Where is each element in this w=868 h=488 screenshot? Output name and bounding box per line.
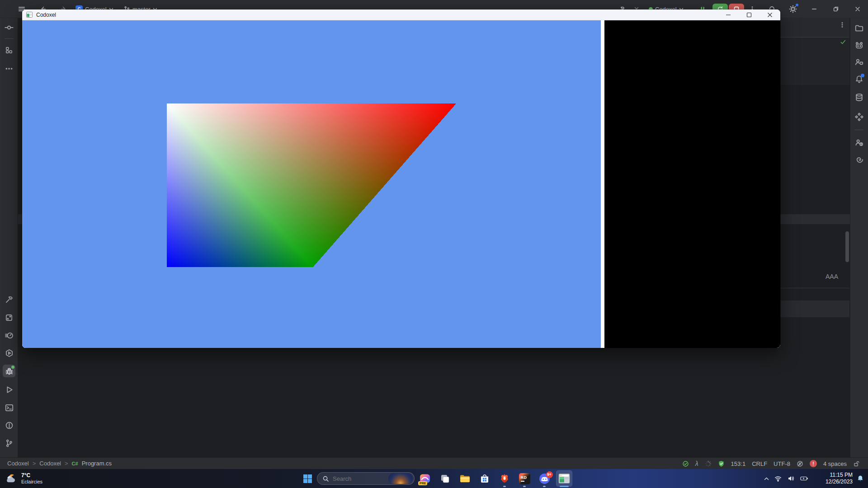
caret-position[interactable]: 153:1 [731,460,746,467]
codoxel-taskbar-icon [558,473,570,484]
scrollbar-thumb[interactable] [845,231,849,262]
right-panel-section [780,38,849,85]
discord-running-dot [543,486,546,487]
trust-shield-icon[interactable] [718,460,725,467]
discord-badge: 9+ [546,471,553,478]
indent-setting[interactable]: 4 spaces [823,460,847,467]
rail-database[interactable] [853,91,865,103]
rail-unit-tests[interactable] [3,311,15,324]
rail-terminal[interactable] [3,401,15,414]
rail-run[interactable] [3,383,15,396]
codoxel-client-area [22,20,780,348]
breadcrumb: Codoxel > Codoxel > C# Program.cs [7,460,112,467]
rail-explorer[interactable] [853,22,865,34]
copilot-pre-badge: PRE [418,481,427,485]
line-separator[interactable]: CRLF [752,460,767,467]
wifi-icon[interactable] [774,469,782,488]
highlight-level-icon[interactable]: λ [695,460,698,467]
divider [854,130,863,130]
check-icon [840,39,846,45]
codoxel-window: Codoxel [22,9,780,348]
ide-restore-button[interactable] [830,4,842,14]
rail-version-control[interactable] [3,437,15,450]
window-close-button[interactable] [760,9,780,20]
search-icon [322,475,329,482]
window-minimize-button[interactable] [718,9,739,20]
lock-icon[interactable] [853,460,860,467]
taskbar: 7°C Eclaircies PRE [0,469,868,488]
tray-clock[interactable]: 11:15 PM 12/26/2023 [814,469,853,488]
taskbar-rider[interactable]: RD [516,470,533,487]
window-maximize-button[interactable] [739,9,760,20]
rail-profiler[interactable] [3,329,15,342]
right-panel-section [780,300,849,317]
taskbar-copilot[interactable]: PRE [417,470,433,487]
taskbar-discord[interactable]: 9+ [536,470,552,487]
search-input[interactable] [333,475,385,482]
tray-time: 11:15 PM [830,472,853,479]
taskbar-file-explorer[interactable] [457,470,473,487]
search-highlight-thumbnail[interactable] [388,473,413,484]
taskbar-search[interactable] [317,472,415,485]
desktop: AAA C Codoxel master [0,0,868,488]
tray-hidden-icons[interactable] [763,469,770,488]
task-view-icon [439,473,450,484]
weather-text: 7°C Eclaircies [21,472,42,485]
weather-condition: Eclaircies [21,479,42,485]
settings-button[interactable] [788,4,798,14]
taskbar-task-view[interactable] [437,470,453,487]
rail-ai-assistant[interactable] [853,39,865,52]
rail-services[interactable] [3,347,15,359]
rider-logo-text: RD [521,475,527,480]
rail-debug[interactable] [3,365,15,377]
progress-spinner-icon [705,460,712,467]
rail-plugins[interactable] [853,110,865,123]
taskbar-codoxel-active[interactable] [556,470,572,487]
battery-icon[interactable] [800,469,809,488]
restore-icon [833,6,839,12]
codoxel-app-icon [26,12,33,18]
breadcrumb-project[interactable]: Codoxel [7,460,29,467]
rail-commit[interactable] [3,21,15,34]
codoxel-titlebar[interactable]: Codoxel [22,9,780,20]
window-title: Codoxel [36,12,56,18]
breadcrumb-folder[interactable]: Codoxel [39,460,61,467]
rail-contacts[interactable] [853,136,865,149]
inspections-off-icon[interactable] [797,460,803,467]
window-controls [718,9,780,20]
render-viewport [22,20,601,348]
side-render-panel [604,20,780,348]
ok-circle-icon[interactable] [682,460,689,467]
rail-trace[interactable] [853,153,865,165]
weather-widget[interactable]: 7°C Eclaircies [5,469,42,488]
rail-structure[interactable] [3,44,15,56]
rail-more[interactable] [3,62,15,75]
weather-temperature: 7°C [21,472,42,479]
panel-more-icon[interactable] [839,22,845,28]
taskbar-microsoft-store[interactable] [476,470,493,487]
settings-notification-dot [795,3,799,7]
file-encoding[interactable]: UTF-8 [774,460,790,467]
error-badge[interactable]: ! [810,460,817,467]
ide-close-button[interactable] [852,4,863,14]
breadcrumb-separator: > [33,460,36,467]
debug-active-dot [11,366,14,369]
ide-minimize-button[interactable] [808,4,820,14]
divider [5,38,14,39]
rail-build[interactable] [3,293,15,305]
volume-icon[interactable] [787,469,795,488]
file-explorer-icon [459,473,471,484]
notification-dot [861,74,864,77]
rider-running-dot [523,486,526,487]
rail-code-with-me[interactable] [853,56,865,68]
rail-problems[interactable] [3,419,15,432]
status-bar: Codoxel > Codoxel > C# Program.cs λ 153:… [0,457,868,469]
codoxel-active-indicator [560,486,569,487]
taskbar-brave[interactable] [496,470,513,487]
start-button[interactable] [299,470,316,487]
notification-bell-icon[interactable] [856,469,864,488]
brave-icon [499,473,510,484]
rail-notifications[interactable] [853,73,865,85]
discord-icon: 9+ [539,473,550,484]
breadcrumb-file[interactable]: Program.cs [82,460,112,467]
